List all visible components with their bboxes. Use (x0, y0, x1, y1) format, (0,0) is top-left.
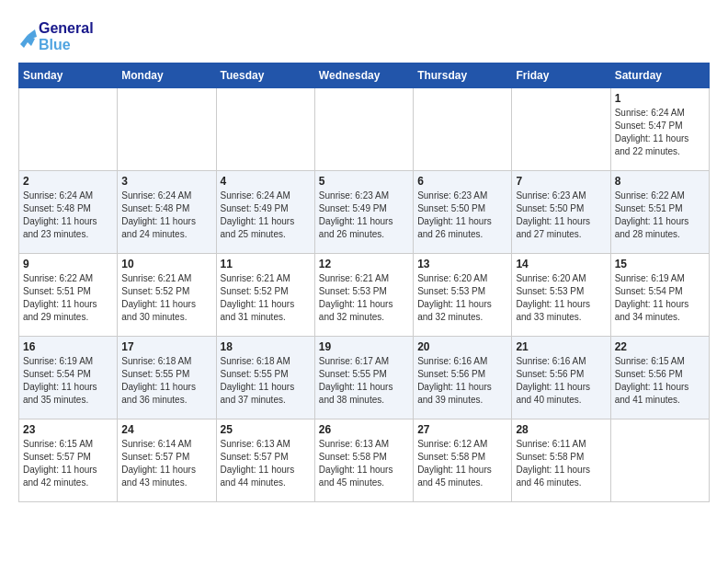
calendar-cell: 17Sunrise: 6:18 AM Sunset: 5:55 PM Dayli… (118, 337, 216, 419)
logo-text: GeneralBlue (39, 20, 94, 52)
calendar-cell: 5Sunrise: 6:23 AM Sunset: 5:49 PM Daylig… (314, 171, 413, 254)
day-number: 18 (221, 340, 311, 353)
day-number: 23 (23, 423, 113, 436)
day-content: Sunrise: 6:15 AM Sunset: 5:56 PM Dayligh… (615, 355, 705, 407)
calendar-cell: 28Sunrise: 6:11 AM Sunset: 5:58 PM Dayli… (512, 419, 610, 502)
day-number: 21 (516, 340, 606, 353)
day-content: Sunrise: 6:21 AM Sunset: 5:53 PM Dayligh… (319, 272, 409, 324)
day-content: Sunrise: 6:13 AM Sunset: 5:57 PM Dayligh… (221, 438, 311, 489)
calendar-cell: 23Sunrise: 6:15 AM Sunset: 5:57 PM Dayli… (19, 419, 118, 502)
calendar-cell: 6Sunrise: 6:23 AM Sunset: 5:50 PM Daylig… (414, 171, 512, 254)
day-content: Sunrise: 6:24 AM Sunset: 5:47 PM Dayligh… (615, 107, 705, 158)
day-content: Sunrise: 6:18 AM Sunset: 5:55 PM Dayligh… (121, 355, 211, 407)
day-number: 17 (121, 340, 211, 353)
day-number: 13 (417, 258, 507, 270)
day-number: 12 (319, 258, 409, 270)
day-content: Sunrise: 6:23 AM Sunset: 5:50 PM Dayligh… (516, 190, 606, 241)
col-header-wednesday: Wednesday (314, 63, 413, 88)
day-content: Sunrise: 6:12 AM Sunset: 5:58 PM Dayligh… (417, 438, 507, 489)
calendar-cell: 14Sunrise: 6:20 AM Sunset: 5:53 PM Dayli… (512, 254, 610, 337)
day-number: 26 (319, 423, 409, 436)
day-content: Sunrise: 6:18 AM Sunset: 5:55 PM Dayligh… (221, 355, 311, 407)
col-header-tuesday: Tuesday (216, 63, 314, 88)
calendar-cell: 12Sunrise: 6:21 AM Sunset: 5:53 PM Dayli… (314, 254, 413, 337)
page-header: GeneralBlue (18, 18, 710, 55)
day-content: Sunrise: 6:13 AM Sunset: 5:58 PM Dayligh… (319, 438, 409, 489)
calendar-week-row: 16Sunrise: 6:19 AM Sunset: 5:54 PM Dayli… (19, 337, 710, 419)
day-number: 28 (516, 423, 606, 436)
calendar-cell: 10Sunrise: 6:21 AM Sunset: 5:52 PM Dayli… (118, 254, 216, 337)
day-number: 8 (615, 175, 705, 188)
day-number: 10 (121, 258, 211, 270)
day-content: Sunrise: 6:23 AM Sunset: 5:50 PM Dayligh… (417, 190, 507, 241)
calendar-cell: 16Sunrise: 6:19 AM Sunset: 5:54 PM Dayli… (19, 337, 118, 419)
day-content: Sunrise: 6:11 AM Sunset: 5:58 PM Dayligh… (516, 438, 606, 489)
day-content: Sunrise: 6:20 AM Sunset: 5:53 PM Dayligh… (516, 272, 606, 324)
calendar-week-row: 1Sunrise: 6:24 AM Sunset: 5:47 PM Daylig… (19, 88, 710, 171)
day-content: Sunrise: 6:16 AM Sunset: 5:56 PM Dayligh… (516, 355, 606, 407)
day-number: 11 (221, 258, 311, 270)
calendar-cell: 7Sunrise: 6:23 AM Sunset: 5:50 PM Daylig… (512, 171, 610, 254)
day-number: 19 (319, 340, 409, 353)
day-content: Sunrise: 6:21 AM Sunset: 5:52 PM Dayligh… (121, 272, 211, 324)
day-number: 1 (615, 92, 705, 105)
calendar-cell: 4Sunrise: 6:24 AM Sunset: 5:49 PM Daylig… (216, 171, 314, 254)
day-number: 25 (221, 423, 311, 436)
day-number: 9 (23, 258, 113, 270)
calendar-cell: 21Sunrise: 6:16 AM Sunset: 5:56 PM Dayli… (512, 337, 610, 419)
col-header-thursday: Thursday (414, 63, 512, 88)
calendar-week-row: 23Sunrise: 6:15 AM Sunset: 5:57 PM Dayli… (19, 419, 710, 502)
day-number: 24 (121, 423, 211, 436)
day-number: 16 (23, 340, 113, 353)
calendar-cell: 3Sunrise: 6:24 AM Sunset: 5:48 PM Daylig… (118, 171, 216, 254)
day-number: 5 (319, 175, 409, 188)
calendar-header-row: SundayMondayTuesdayWednesdayThursdayFrid… (19, 63, 710, 88)
day-content: Sunrise: 6:21 AM Sunset: 5:52 PM Dayligh… (221, 272, 311, 324)
day-content: Sunrise: 6:24 AM Sunset: 5:48 PM Dayligh… (121, 190, 211, 241)
col-header-friday: Friday (512, 63, 610, 88)
calendar-cell (314, 88, 413, 171)
day-number: 2 (23, 175, 113, 188)
day-content: Sunrise: 6:24 AM Sunset: 5:49 PM Dayligh… (221, 190, 311, 241)
calendar-cell: 24Sunrise: 6:14 AM Sunset: 5:57 PM Dayli… (118, 419, 216, 502)
day-number: 20 (417, 340, 507, 353)
calendar-cell: 18Sunrise: 6:18 AM Sunset: 5:55 PM Dayli… (216, 337, 314, 419)
calendar-cell (216, 88, 314, 171)
day-number: 27 (417, 423, 507, 436)
calendar-week-row: 9Sunrise: 6:22 AM Sunset: 5:51 PM Daylig… (19, 254, 710, 337)
calendar-cell: 13Sunrise: 6:20 AM Sunset: 5:53 PM Dayli… (414, 254, 512, 337)
calendar-cell: 1Sunrise: 6:24 AM Sunset: 5:47 PM Daylig… (610, 88, 709, 171)
logo: GeneralBlue (18, 18, 94, 55)
day-content: Sunrise: 6:19 AM Sunset: 5:54 PM Dayligh… (615, 272, 705, 324)
day-content: Sunrise: 6:22 AM Sunset: 5:51 PM Dayligh… (615, 190, 705, 241)
day-number: 3 (121, 175, 211, 188)
calendar-cell: 19Sunrise: 6:17 AM Sunset: 5:55 PM Dayli… (314, 337, 413, 419)
calendar-cell: 20Sunrise: 6:16 AM Sunset: 5:56 PM Dayli… (414, 337, 512, 419)
day-content: Sunrise: 6:17 AM Sunset: 5:55 PM Dayligh… (319, 355, 409, 407)
day-content: Sunrise: 6:24 AM Sunset: 5:48 PM Dayligh… (23, 190, 113, 241)
col-header-saturday: Saturday (610, 63, 709, 88)
calendar-cell: 8Sunrise: 6:22 AM Sunset: 5:51 PM Daylig… (610, 171, 709, 254)
day-content: Sunrise: 6:22 AM Sunset: 5:51 PM Dayligh… (23, 272, 113, 324)
calendar-cell (19, 88, 118, 171)
calendar-cell: 9Sunrise: 6:22 AM Sunset: 5:51 PM Daylig… (19, 254, 118, 337)
calendar-cell (118, 88, 216, 171)
day-number: 15 (615, 258, 705, 270)
calendar-cell: 22Sunrise: 6:15 AM Sunset: 5:56 PM Dayli… (610, 337, 709, 419)
calendar-cell (610, 419, 709, 502)
day-content: Sunrise: 6:15 AM Sunset: 5:57 PM Dayligh… (23, 438, 113, 489)
day-content: Sunrise: 6:20 AM Sunset: 5:53 PM Dayligh… (417, 272, 507, 324)
logo: GeneralBlue (18, 18, 94, 55)
day-number: 22 (615, 340, 705, 353)
day-content: Sunrise: 6:16 AM Sunset: 5:56 PM Dayligh… (417, 355, 507, 407)
day-number: 14 (516, 258, 606, 270)
calendar-cell: 26Sunrise: 6:13 AM Sunset: 5:58 PM Dayli… (314, 419, 413, 502)
day-number: 7 (516, 175, 606, 188)
calendar-cell: 25Sunrise: 6:13 AM Sunset: 5:57 PM Dayli… (216, 419, 314, 502)
calendar-cell (414, 88, 512, 171)
day-number: 6 (417, 175, 507, 188)
calendar-cell: 2Sunrise: 6:24 AM Sunset: 5:48 PM Daylig… (19, 171, 118, 254)
calendar-cell (512, 88, 610, 171)
col-header-sunday: Sunday (19, 63, 118, 88)
calendar-cell: 11Sunrise: 6:21 AM Sunset: 5:52 PM Dayli… (216, 254, 314, 337)
